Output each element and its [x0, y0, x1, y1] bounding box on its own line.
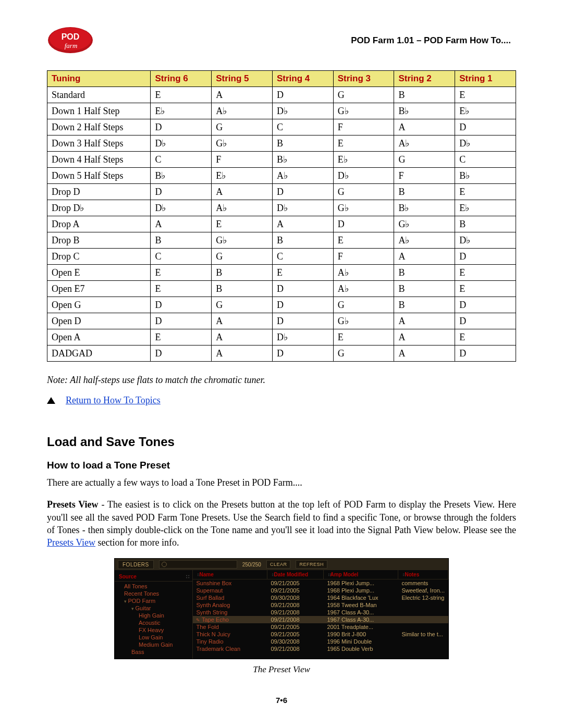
list-item[interactable]: The Fold09/21/20052001 Treadplate... [193, 623, 448, 631]
page-header: POD farm POD Farm 1.01 – POD Farm How To… [47, 26, 516, 55]
tree-item[interactable]: Guitar [115, 604, 192, 612]
table-row: Open DDADG♭AD [47, 313, 516, 329]
folders-button[interactable]: FOLDERS [118, 560, 154, 569]
svg-text:POD: POD [62, 32, 80, 41]
table-row: DADGADDADGAD [47, 346, 516, 362]
para2-body: - The easiest is to click on the Presets… [47, 499, 516, 535]
tree-header: Source ∷ [115, 572, 192, 582]
refresh-button[interactable]: REFRESH [296, 560, 327, 569]
tree-item[interactable]: Recent Tones [115, 590, 192, 597]
table-row: Drop BBG♭BEA♭D♭ [47, 232, 516, 249]
table-row: Down 5 Half StepsB♭E♭A♭D♭FB♭ [47, 168, 516, 184]
return-row: Return to How To Topics [47, 395, 516, 406]
list-item[interactable]: Surf Ballad09/30/20081964 Blackface 'Lux… [193, 594, 448, 601]
tree-item[interactable]: Low Gain [115, 634, 192, 641]
table-row: Open GDGDGBD [47, 297, 516, 313]
table-row: Open E7EBDA♭BE [47, 281, 516, 297]
tree-item[interactable]: All Tones [115, 583, 192, 590]
col-string-1: String 1 [455, 71, 516, 87]
col-tuning: Tuning [47, 71, 151, 87]
table-row: Drop AAEADG♭B [47, 216, 516, 232]
page-number: 7•6 [47, 696, 516, 705]
tree-item[interactable]: High Gain [115, 612, 192, 619]
tree-item[interactable]: Medium Gain [115, 641, 192, 648]
search-input[interactable] [159, 560, 237, 569]
list-item[interactable]: Synth String09/21/20081967 Class A-30... [193, 609, 448, 616]
figure-caption: The Preset View [47, 664, 516, 675]
grip-icon: ∷ [186, 574, 188, 579]
presets-view-bold: Presets View [47, 499, 99, 510]
table-row: Down 3 Half StepsD♭G♭BEA♭D♭ [47, 135, 516, 152]
list-item[interactable]: Supernaut09/21/20051968 Plexi Jump...Swe… [193, 587, 448, 594]
column-header[interactable]: ∷Notes [398, 570, 448, 579]
list-item[interactable]: Thick N Juicy09/21/20051990 Brit J-800Si… [193, 631, 448, 638]
table-row: Down 2 Half StepsDGCFAD [47, 119, 516, 135]
list-item[interactable]: Tape Echo09/21/20081967 Class A-30... [193, 616, 448, 623]
triangle-up-icon [47, 397, 55, 404]
presets-paragraph: Presets View - The easiest is to click o… [47, 498, 516, 549]
para2-tail: section for more info. [95, 537, 179, 548]
tuning-note: Note: All half-steps use flats to match … [47, 375, 516, 386]
presets-view-link[interactable]: Presets View [47, 537, 95, 548]
preset-list: ∷Name∷Date Modified∷Amp Model∷Notes Suns… [193, 570, 448, 659]
subsection-title: How to load a Tone Preset [47, 460, 516, 471]
preset-topbar: FOLDERS 250/250 CLEAR REFRESH [115, 559, 448, 570]
col-string-4: String 4 [272, 71, 333, 87]
col-string-3: String 3 [333, 71, 394, 87]
pod-farm-logo: POD farm [47, 26, 94, 55]
list-item[interactable]: Trademark Clean09/21/20081965 Double Ver… [193, 645, 448, 652]
table-row: StandardEADGBE [47, 87, 516, 103]
preset-view-screenshot: FOLDERS 250/250 CLEAR REFRESH Source ∷ A… [114, 558, 449, 659]
table-row: Down 4 Half StepsCFB♭E♭GC [47, 152, 516, 168]
column-header[interactable]: ∷Name [193, 570, 267, 579]
list-item[interactable]: Tiny Radio09/30/20081996 Mini Double [193, 638, 448, 645]
tree-item[interactable]: POD Farm [115, 597, 192, 604]
col-string-5: String 5 [212, 71, 273, 87]
table-row: Down 1 Half StepE♭A♭D♭G♭B♭E♭ [47, 103, 516, 119]
preset-folder-tree: Source ∷ All TonesRecent TonesPOD FarmGu… [115, 570, 193, 659]
table-row: Open AEAD♭EAE [47, 329, 516, 346]
table-row: Drop DDADGBE [47, 184, 516, 200]
col-string-6: String 6 [151, 71, 212, 87]
intro-paragraph: There are actually a few ways to load a … [47, 476, 516, 489]
tree-item[interactable]: Bass [115, 648, 192, 656]
table-row: Drop D♭D♭A♭D♭G♭B♭E♭ [47, 200, 516, 216]
col-string-2: String 2 [394, 71, 455, 87]
preset-count: 250/250 [242, 562, 261, 567]
header-title: POD Farm 1.01 – POD Farm How To.... [351, 35, 511, 46]
table-row: Open EEBEA♭BE [47, 265, 516, 281]
tuning-table: TuningString 6String 5String 4String 3St… [47, 70, 516, 362]
return-link[interactable]: Return to How To Topics [66, 395, 161, 406]
svg-text:farm: farm [65, 42, 78, 50]
tree-item[interactable]: Acoustic [115, 619, 192, 626]
tree-item[interactable]: FX Heavy [115, 626, 192, 634]
section-title: Load and Save Tones [47, 435, 516, 449]
column-header[interactable]: ∷Date Modified [267, 570, 324, 579]
list-item[interactable]: Synth Analog09/21/20081958 Tweed B-Man [193, 601, 448, 609]
table-row: Drop CCGCFAD [47, 249, 516, 265]
list-item[interactable]: Sunshine Box09/21/20051968 Plexi Jump...… [193, 579, 448, 587]
column-header[interactable]: ∷Amp Model [324, 570, 398, 579]
clear-button[interactable]: CLEAR [266, 560, 291, 569]
